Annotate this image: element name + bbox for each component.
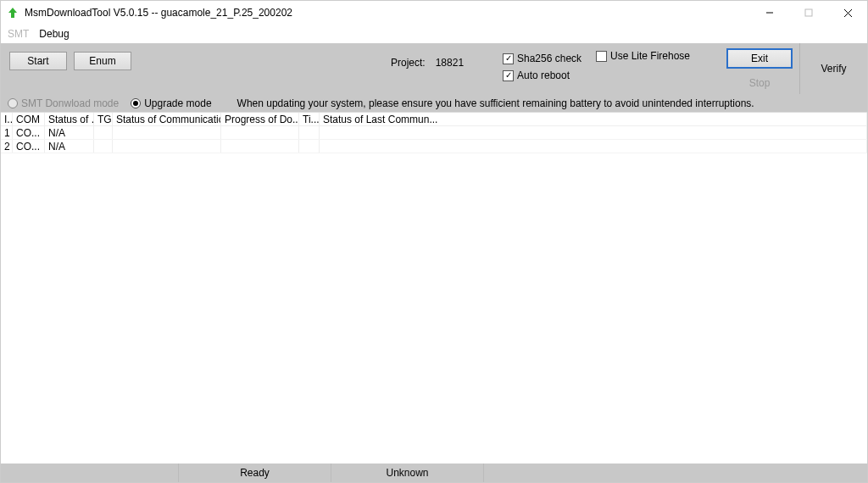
menu-smt[interactable]: SMT [8,28,29,40]
stop-button: Stop [726,74,793,92]
app-icon [6,6,19,19]
table-row[interactable]: 1 CO... N/A [1,126,867,140]
cell-id: 2 [1,140,13,153]
cell-progress [221,140,299,153]
radio-icon [8,98,18,108]
autoreboot-checkbox[interactable]: Auto reboot [503,67,581,84]
col-last[interactable]: Status of Last Commun... [320,113,867,125]
verify-button[interactable]: Verify [799,43,867,94]
smt-mode-radio[interactable]: SMT Donwload mode [8,97,119,109]
col-progress[interactable]: Progress of Do... [221,113,299,125]
tip-message: When updating your system, please ensure… [237,97,754,109]
project-field: Project: 18821 [391,57,464,69]
menu-bar: SMT Debug [1,25,867,43]
cell-status-dl: N/A [45,140,94,153]
device-grid: I... COM Status of ... TG Status of Comm… [1,113,867,464]
close-button[interactable] [828,1,867,25]
col-id[interactable]: I... [1,113,13,125]
project-value: 18821 [436,57,464,69]
sha256-label: Sha256 check [517,50,581,67]
window-controls [750,1,867,25]
grid-empty-area [1,153,867,464]
start-button[interactable]: Start [9,52,67,70]
radio-icon [131,98,141,108]
cell-last [320,126,867,139]
col-com[interactable]: COM [13,113,45,125]
status-cell-1 [1,464,179,482]
col-status-dl[interactable]: Status of ... [45,113,94,125]
status-cell-spacer [484,464,867,482]
cell-com: CO... [13,126,45,139]
litefirehose-label: Use Lite Firehose [610,50,690,62]
cell-time [299,126,320,139]
cell-status-dl: N/A [45,126,94,139]
checkbox-icon [503,70,514,81]
col-time[interactable]: Ti... [299,113,320,125]
cell-status-comm [113,140,221,153]
status-ready: Ready [179,464,331,482]
checkbox-icon [503,53,514,64]
autoreboot-label: Auto reboot [517,67,570,84]
cell-com: CO... [13,140,45,153]
smt-mode-label: SMT Donwload mode [21,97,119,109]
status-unknown: Unknown [331,464,484,482]
enum-button[interactable]: Enum [74,52,131,70]
cell-last [320,140,867,153]
cell-time [299,140,320,153]
upgrade-mode-radio[interactable]: Upgrade mode [131,97,211,109]
table-row[interactable]: 2 CO... N/A [1,140,867,153]
checkbox-icon [596,51,607,62]
project-label: Project: [391,57,426,69]
cell-progress [221,126,299,139]
col-status-comm[interactable]: Status of Communication [113,113,221,125]
minimize-button[interactable] [750,1,789,25]
svg-rect-1 [805,9,812,16]
cell-tg [94,140,113,153]
checkbox-group-left: Sha256 check Auto reboot [503,50,581,84]
sha256-checkbox[interactable]: Sha256 check [503,50,581,67]
exit-button[interactable]: Exit [726,48,793,69]
toolbar: Start Enum Project: 18821 Sha256 check A… [1,43,867,94]
maximize-button[interactable] [789,1,828,25]
cell-status-comm [113,126,221,139]
exit-stop-group: Exit Stop [726,48,793,92]
litefirehose-checkbox[interactable]: Use Lite Firehose [596,50,690,62]
col-tg[interactable]: TG [94,113,113,125]
title-bar: MsmDownloadTool V5.0.15 -- guacamole_21_… [1,1,867,25]
cell-id: 1 [1,126,13,139]
upgrade-mode-label: Upgrade mode [144,97,211,109]
mode-bar: SMT Donwload mode Upgrade mode When upda… [1,94,867,113]
menu-debug[interactable]: Debug [39,28,69,40]
window-title: MsmDownloadTool V5.0.15 -- guacamole_21_… [25,7,292,19]
checkbox-group-right: Use Lite Firehose [596,50,690,62]
cell-tg [94,126,113,139]
grid-header: I... COM Status of ... TG Status of Comm… [1,113,867,126]
status-bar: Ready Unknown [1,464,867,482]
